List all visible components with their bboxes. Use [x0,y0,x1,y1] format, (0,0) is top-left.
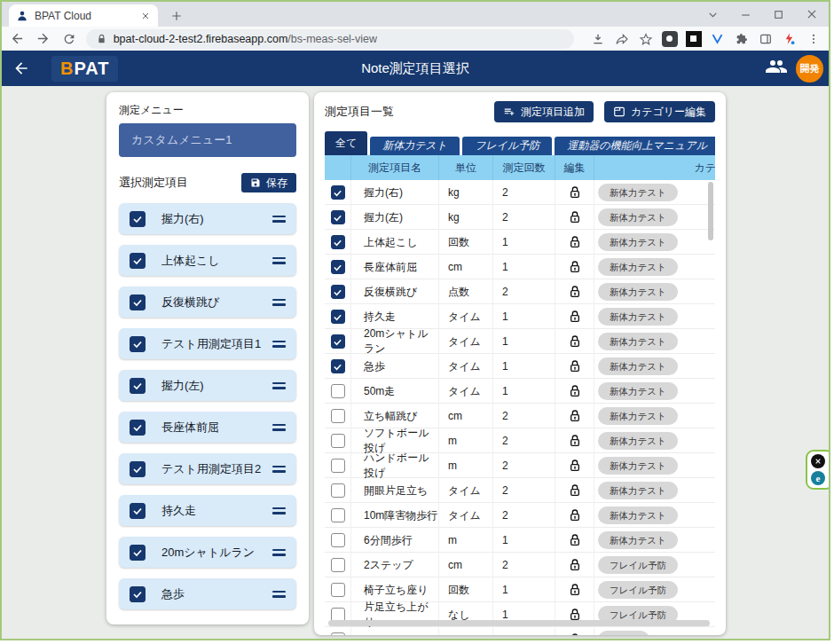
reload-icon[interactable] [60,29,78,49]
table-row[interactable]: 持久走 タイム 1 新体力テスト [325,304,715,329]
drag-handle-icon[interactable] [272,299,286,306]
drag-handle-icon[interactable] [272,507,286,514]
item-checkbox[interactable] [130,545,146,561]
row-checkbox[interactable] [331,409,345,423]
row-checkbox[interactable] [331,632,345,635]
drag-handle-icon[interactable] [272,591,286,598]
users-icon[interactable] [766,56,787,81]
row-checkbox[interactable] [331,583,345,597]
dev-badge[interactable]: 開発 [796,55,823,82]
row-checkbox[interactable] [331,260,345,274]
minimize-button[interactable] [740,9,751,20]
row-checkbox[interactable] [331,210,345,224]
install-app-icon[interactable] [590,31,606,47]
row-checkbox[interactable] [331,558,345,572]
item-checkbox[interactable] [130,336,146,352]
row-checkbox[interactable] [331,508,345,522]
drag-handle-icon[interactable] [272,466,286,473]
table-row[interactable]: 2ステップ cm 2 フレイル予防 [325,553,715,577]
lightning-extension-icon[interactable] [782,31,798,47]
close-button[interactable] [806,8,818,20]
table-row[interactable]: 立ち幅跳び cm 2 新体力テスト [325,404,715,428]
row-checkbox[interactable] [331,359,345,373]
drag-handle-icon[interactable] [272,341,286,348]
table-row[interactable]: 50m走 タイム 1 新体力テスト [325,379,715,404]
row-checkbox[interactable] [331,459,345,473]
table-row[interactable]: 握力(右) kg 2 新体力テスト [325,180,715,205]
row-checkbox[interactable] [331,185,345,200]
save-button[interactable]: 保存 [241,173,296,192]
list-item[interactable]: テスト用測定項目2 [119,453,296,484]
drag-handle-icon[interactable] [272,549,286,556]
tab-search-chevron-icon[interactable] [707,9,719,20]
table-row[interactable]: ソフトボール投げ m 2 新体力テスト [325,428,715,453]
table-row[interactable]: 20mシャトルラン タイム 1 新体力テスト [325,329,715,354]
widget-e-icon[interactable]: e [811,471,825,485]
table-row[interactable]: 上体起こし 回数 1 新体力テスト [325,230,715,255]
new-tab-button[interactable] [167,6,186,26]
row-checkbox[interactable] [331,235,345,249]
category-tab[interactable]: 全て [325,131,367,155]
forward-nav-icon[interactable] [35,29,52,49]
table-row[interactable]: 開眼片足立ち タイム 2 新体力テスト [325,478,715,503]
list-item[interactable]: 急歩 [119,578,296,609]
category-tab[interactable]: 新体力テスト [370,137,460,155]
table-row[interactable]: 反復横跳び 点数 2 新体力テスト [325,279,715,304]
browser-tab[interactable]: BPAT Cloud [9,4,158,27]
row-checkbox[interactable] [331,434,345,448]
vertical-scrollbar[interactable] [708,182,713,240]
category-tab[interactable]: フレイル予防 [462,137,552,155]
vue-devtools-icon[interactable] [710,31,726,47]
row-checkbox[interactable] [331,310,345,324]
maximize-button[interactable] [773,9,784,20]
row-checkbox[interactable] [331,384,345,398]
row-checkbox[interactable] [331,334,345,349]
drag-handle-icon[interactable] [272,216,286,223]
extension-icon-2[interactable] [686,31,702,47]
item-checkbox[interactable] [130,461,146,477]
table-row[interactable]: ハンドボール投げ m 2 新体力テスト [325,453,715,478]
item-checkbox[interactable] [130,503,146,519]
drag-handle-icon[interactable] [272,424,286,431]
extensions-puzzle-icon[interactable] [734,31,750,47]
back-nav-icon[interactable] [9,29,27,49]
list-item[interactable]: 20mシャトルラン [119,537,296,568]
menu-select[interactable]: カスタムメニュー1 [119,123,296,157]
horizontal-scrollbar[interactable] [328,620,710,626]
category-tab[interactable]: 運動器の機能向上マニュアル [555,137,715,155]
drag-handle-icon[interactable] [272,257,286,264]
url-bar[interactable]: bpat-cloud-2-test2.firebaseapp.com/bs-me… [86,29,574,49]
row-checkbox[interactable] [331,533,345,547]
list-item[interactable]: 持久走 [119,495,296,526]
item-checkbox[interactable] [130,211,146,227]
list-item[interactable]: 上体起こし [119,245,296,276]
row-checkbox[interactable] [331,285,345,299]
item-checkbox[interactable] [130,253,146,269]
extension-icon-1[interactable] [662,31,678,47]
table-row[interactable]: 急歩 タイム 1 新体力テスト [325,354,715,379]
table-row[interactable]: 6分間歩行 m 1 新体力テスト [325,528,715,553]
tab-close-icon[interactable] [140,11,151,21]
list-item[interactable]: 反復横跳び [119,287,296,318]
bookmark-star-icon[interactable] [638,31,654,47]
list-item[interactable]: 長座体前屈 [119,412,296,443]
table-row[interactable]: 長座体前屈 cm 1 新体力テスト [325,255,715,279]
list-item[interactable]: 握力(左) [119,370,296,401]
add-item-button[interactable]: 測定項目追加 [494,101,594,122]
table-row[interactable]: 10m障害物歩行 タイム 2 新体力テスト [325,503,715,528]
row-checkbox[interactable] [331,483,345,498]
item-checkbox[interactable] [130,586,146,602]
item-checkbox[interactable] [130,378,146,394]
list-item[interactable]: テスト用測定項目1 [119,328,296,359]
edit-category-button[interactable]: カテゴリー編集 [604,101,715,122]
list-item[interactable]: 握力(右) [119,203,296,234]
side-panel-icon[interactable] [758,31,774,47]
item-checkbox[interactable] [130,295,146,310]
browser-menu-icon[interactable] [806,31,822,47]
share-icon[interactable] [614,31,630,47]
back-arrow-icon[interactable] [12,59,30,77]
table-row[interactable]: 椅子立ち座り 回数 1 フレイル予防 [325,577,715,602]
drag-handle-icon[interactable] [272,382,286,389]
widget-close-icon[interactable] [811,454,825,468]
item-checkbox[interactable] [130,420,146,436]
